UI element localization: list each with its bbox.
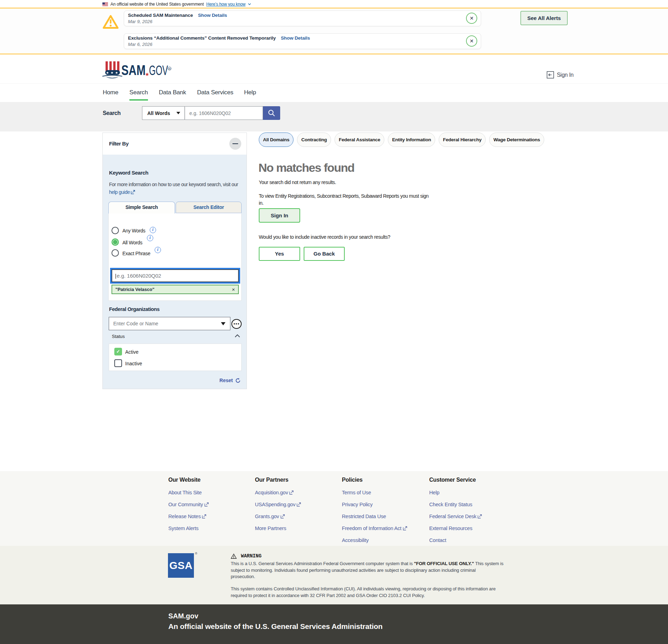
svg-text:R: R bbox=[169, 67, 171, 70]
svg-text:GOV: GOV bbox=[149, 63, 168, 78]
svg-text:SAM: SAM bbox=[121, 62, 146, 78]
